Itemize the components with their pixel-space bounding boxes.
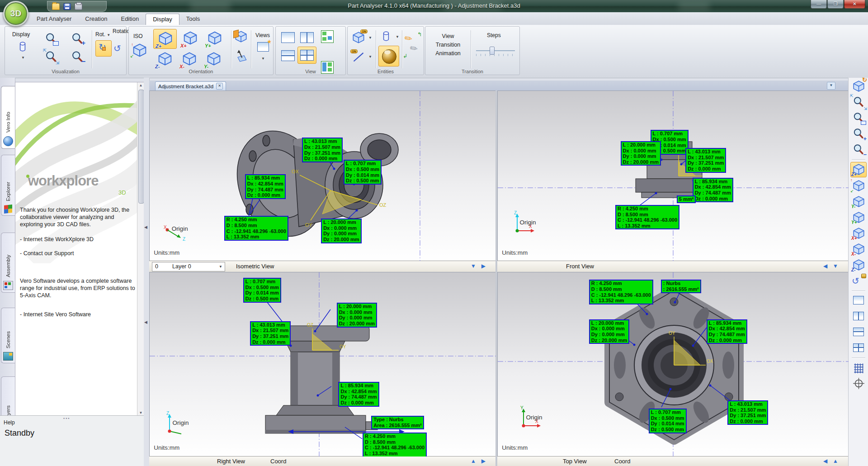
measurement-label[interactable]: L : 20.000 mmDx : 0.000 mmDy : 0.000 mmD…	[621, 141, 661, 166]
sidebar-tab-explorer[interactable]: Explorer	[1, 155, 15, 216]
display-cylinder-icon[interactable]	[17, 40, 28, 54]
link-contact-support[interactable]: - Contact our Support	[20, 250, 137, 257]
measurement-label[interactable]: L : 85.934 mmDx : 42.854 mmDy : 74.487 m…	[693, 178, 733, 203]
zoom-out-icon[interactable]: −	[851, 143, 866, 157]
viewport-right[interactable]: OZ OY L : 0.707 mmDx : 0.500 mmDy : 0.01…	[149, 272, 496, 457]
measurement-label[interactable]: 5 mm²	[677, 195, 696, 203]
save-icon[interactable]	[63, 3, 71, 10]
wireframe-dropdown-icon[interactable]: ▼	[368, 55, 372, 59]
zoom-in-icon[interactable]: +	[851, 127, 866, 141]
rotate-view-icon[interactable]: ↻	[95, 40, 112, 57]
sidebar-tab-assembly[interactable]: Assembly	[1, 233, 15, 293]
layout-single-icon[interactable]	[851, 293, 866, 308]
views-dropdown-icon[interactable]: ▼	[261, 57, 265, 61]
open-file-icon[interactable]	[52, 3, 60, 10]
origin-marker-icon[interactable]	[851, 376, 866, 390]
edit-entities-icon[interactable]: ✎ ✎ ↰ ↲	[405, 33, 421, 60]
steps-slider-track[interactable]	[476, 50, 515, 51]
zoom-extents-icon[interactable]: ⇱⇲	[851, 95, 866, 109]
menu-tab-display[interactable]: Display	[146, 14, 179, 25]
layout-two-horizontal-button[interactable]	[281, 50, 295, 61]
solids-visibility-icon[interactable]: ON	[352, 31, 365, 44]
wireframe-visibility-icon[interactable]: ON	[352, 50, 365, 63]
layout-single-button[interactable]	[281, 32, 295, 43]
layer-selector[interactable]: 0 Layer 0 ▼	[152, 262, 225, 271]
rotation-lock-icon[interactable]: ↺	[851, 274, 866, 288]
splitter-grip-icon[interactable]: •••	[63, 416, 70, 421]
view-y-minus-icon[interactable]: Y-	[851, 195, 866, 209]
views-icon[interactable]: ★	[257, 42, 269, 52]
menu-tab-part-analyser[interactable]: Part Analyser	[30, 14, 78, 25]
shaded-render-button[interactable]	[378, 46, 399, 67]
measurement-label[interactable]: Type : NurbsArea : 2616.555 mm²	[371, 416, 424, 429]
orient-yplus-button[interactable]: Y+	[203, 29, 226, 48]
view-normal-icon[interactable]	[235, 49, 247, 62]
maximize-button[interactable]: ❐	[827, 0, 844, 9]
orient-zplus-button[interactable]: Z+	[153, 29, 177, 49]
section-plane-icon[interactable]	[235, 30, 247, 43]
measurement-label[interactable]: L : 85.934 mmDx : 42.854 mmDy : 74.487 m…	[338, 382, 379, 407]
view-transition-animation-button[interactable]: View Transition Animation	[428, 32, 468, 57]
document-tab[interactable]: Adjustment Bracket.a3d ✕	[155, 81, 226, 90]
panel-collapse-icon[interactable]: ◀	[144, 225, 147, 229]
measurement-label[interactable]: R : 4.250 mmD : 8.500 mmC : -12.941 48.2…	[224, 216, 288, 241]
scroll-down-icon[interactable]: ▼	[137, 411, 144, 415]
measurement-label[interactable]: L : 85.934 mmDx : 42.854 mmDy : 74.487 m…	[707, 319, 747, 344]
menu-tab-creation[interactable]: Creation	[78, 14, 114, 25]
iso-view-icon[interactable]: ↑ ↙	[132, 43, 147, 57]
grid-icon[interactable]	[851, 360, 866, 375]
view-nav-arrows[interactable]: ◀▲	[823, 458, 844, 464]
layout-two-vertical-button[interactable]	[300, 32, 314, 43]
app-logo-button[interactable]: 3D	[3, 1, 28, 26]
rotations-button-label[interactable]: Rotations	[113, 29, 126, 34]
view-z-minus-icon[interactable]: Z-	[851, 258, 866, 272]
measurement-label[interactable]: L : 0.707 mmDx : 0.500 mmDy : 0.014 mmDz…	[649, 409, 687, 433]
sidebar-tab-scenes[interactable]: Scenes	[1, 308, 15, 363]
measurement-label[interactable]: L : 43.013 mmDx : 21.507 mmDy : 37.251 m…	[727, 400, 768, 425]
layout-two-horizontal-icon[interactable]	[851, 325, 866, 339]
sidebar-tab-vero-info[interactable]: Vero Info	[1, 86, 15, 149]
measurement-label[interactable]: R : 4.250 mmD : 8.500 mmC : -12.941 48.2…	[589, 280, 653, 304]
measurement-label[interactable]: L : 20.000 mmDx : 0.000 mmDy : 0.000 mmD…	[589, 319, 629, 344]
layout-two-vertical-icon[interactable]	[851, 309, 866, 323]
zoom-out-icon[interactable]: −	[71, 50, 84, 63]
orient-xplus-button[interactable]: X+	[179, 29, 201, 48]
link-internet-site-workxplore[interactable]: - Internet Site WorkXplore 3D	[20, 236, 137, 243]
tab-list-chevron-icon[interactable]: ▼	[827, 82, 835, 90]
view-nav-arrows[interactable]: ◀▼	[823, 263, 844, 269]
tab-close-icon[interactable]: ✕	[216, 83, 223, 90]
layer-dropdown-icon[interactable]: ▼	[219, 265, 222, 269]
coord-label[interactable]: Coord	[270, 458, 286, 465]
views-button-label[interactable]: Views	[254, 32, 272, 38]
view-iso-icon[interactable]: ↙↑	[851, 179, 866, 193]
cylinder-dropdown-icon[interactable]: ▼	[396, 35, 399, 39]
orient-yminus-button[interactable]: Y-	[202, 50, 225, 69]
zoom-window-icon[interactable]	[851, 111, 866, 125]
scroll-up-icon[interactable]: ▲	[137, 83, 144, 87]
print-icon[interactable]	[75, 3, 82, 10]
view-z-plus-icon[interactable]: Z+	[850, 162, 867, 177]
measurement-label[interactable]: L : 43.013 mmDx : 21.507 mmDy : 37.251 m…	[302, 138, 343, 162]
view-x-plus-icon[interactable]: X+	[851, 226, 866, 241]
cylinder-entities-icon[interactable]	[380, 30, 392, 43]
view-y-plus-icon[interactable]: Y+	[851, 210, 866, 225]
measurement-label[interactable]: L : 85.934 mmDx : 42.854 mmDy : 74.487 m…	[245, 174, 286, 199]
iso-button-label[interactable]: ISO	[133, 33, 143, 39]
display-button-label[interactable]: Display	[12, 31, 30, 38]
viewport-top[interactable]: OY OX R : 4.250 mmD : 8.500 mmC : -12.94…	[497, 272, 849, 457]
viewport-isometric[interactable]: OXOYOZ L : 43.013 mmDx : 21.507 mmDy : 3…	[149, 90, 496, 262]
viewport-front[interactable]: OZ L : 0.707 mmDx : 0.500 mmDy : 0.014 m…	[497, 90, 849, 262]
measurement-label[interactable]: : Nurbs: 2616.555 mm²	[661, 280, 701, 293]
measurement-label[interactable]: L : 20.000 mmDx : 0.000 mmDy : 0.000 mmD…	[337, 303, 377, 328]
measurement-label[interactable]: L : 20.000 mmDx : 0.000 mmDy : 0.000 mmD…	[321, 219, 361, 243]
link-internet-site-vero[interactable]: - Internet Site Vero Software	[20, 311, 137, 318]
menu-tab-tools[interactable]: Tools	[179, 14, 207, 25]
zoom-window-icon[interactable]	[45, 32, 57, 45]
measurement-label[interactable]: L : 43.013 mmDx : 21.507 mmDy : 37.251 m…	[250, 321, 291, 346]
layout-four-icon[interactable]	[851, 341, 866, 355]
coord-label[interactable]: Coord	[614, 458, 630, 465]
measurement-label[interactable]: L : 0.707 mmDx : 0.500 mmDy : 0.014 mmDz…	[243, 278, 281, 303]
orient-zminus-button[interactable]: Z-	[153, 50, 176, 69]
menu-tab-edition[interactable]: Edition	[114, 14, 146, 25]
display-dropdown-icon[interactable]: ▼	[21, 56, 25, 60]
